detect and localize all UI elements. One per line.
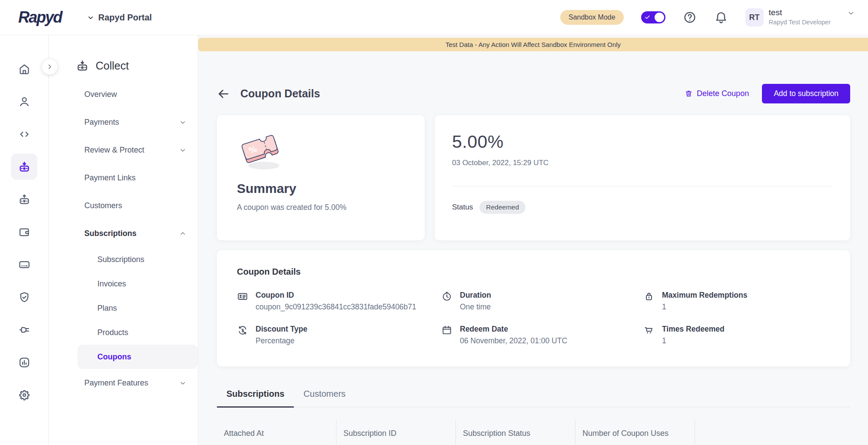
chevron-down-icon — [87, 14, 94, 21]
field-duration: Duration One time — [441, 291, 643, 312]
column-number-of-coupon-uses: Number of Coupon Uses — [575, 419, 695, 445]
menu-item-subscriptions[interactable]: Subscriptions — [49, 219, 198, 247]
user-name: test — [769, 8, 831, 17]
trash-icon — [685, 90, 693, 98]
main-content: Test Data - Any Action Will Affect Sandb… — [198, 35, 868, 445]
sidebar-issuing-card-icon[interactable] — [11, 248, 37, 281]
divider — [452, 186, 833, 186]
field-label: Times Redeemed — [662, 325, 725, 334]
field-label: Duration — [460, 291, 491, 300]
tab-customers[interactable]: Customers — [294, 383, 355, 408]
column-subscription-status: Subscription Status — [456, 419, 575, 445]
sandbox-toggle[interactable] — [641, 11, 665, 23]
help-icon[interactable] — [683, 10, 697, 24]
menu-title: Collect — [96, 60, 129, 72]
menu-item-products[interactable]: Products — [49, 320, 198, 345]
coupon-created-date: 03 October, 2022, 15:29 UTC — [452, 159, 833, 167]
field-maximum-redemptions: Maximum Redemptions 1 — [643, 291, 830, 312]
arrow-left-icon — [217, 87, 230, 100]
back-button[interactable] — [217, 87, 231, 101]
field-value: 1 — [662, 336, 725, 345]
user-menu[interactable]: RT test Rapyd Test Developer — [745, 8, 855, 27]
id-card-icon — [237, 291, 248, 302]
header-actions: Delete Coupon Add to subscription — [685, 84, 850, 103]
sidebar-integrations-plug-icon[interactable] — [11, 313, 37, 346]
menu-item-plans[interactable]: Plans — [49, 296, 198, 320]
status-row: Status Redeemed — [452, 201, 833, 214]
coupon-ticket-illustration: % — [235, 128, 405, 177]
field-label: Maximum Redemptions — [662, 291, 747, 300]
field-discount-type: $ Discount Type Percentage — [237, 325, 441, 345]
status-label: Status — [452, 203, 473, 212]
summary-title: Summary — [237, 181, 405, 196]
field-value: 1 — [662, 302, 747, 312]
column-attached-at: Attached At — [217, 419, 336, 445]
field-label: Redeem Date — [460, 325, 567, 334]
menu-item-review-protect[interactable]: Review & Protect — [49, 136, 198, 164]
menu-item-customers[interactable]: Customers — [49, 192, 198, 219]
field-coupon-id: Coupon ID coupon_9c091239c36841cc3831fad… — [237, 291, 441, 312]
sidebar-developers-code-icon[interactable] — [11, 118, 37, 150]
menu-item-payments[interactable]: Payments — [49, 108, 198, 136]
field-value: 06 November, 2022, 01:00 UTC — [460, 336, 567, 345]
check-icon — [645, 14, 650, 20]
sidebar-home-icon[interactable] — [11, 53, 37, 85]
svg-text:$: $ — [241, 328, 244, 333]
field-value: Percentage — [256, 336, 307, 345]
menu-item-payment-links[interactable]: Payment Links — [49, 164, 198, 192]
rapyd-logo: Rapyd — [18, 8, 62, 27]
summary-description: A coupon was created for 5.00% — [237, 203, 405, 212]
toggle-knob — [655, 13, 664, 22]
menu-item-invoices[interactable]: Invoices — [49, 272, 198, 296]
notifications-bell-icon[interactable] — [714, 10, 728, 24]
chevron-up-icon — [179, 230, 186, 237]
chevron-down-icon — [179, 119, 186, 126]
rapyd-portal-app: Rapyd Rapyd Portal Sandbox Mode RT test … — [0, 0, 868, 445]
sidebar-customers-icon[interactable] — [11, 85, 37, 118]
menu-item-overview[interactable]: Overview — [49, 80, 198, 108]
column-subscription-id: Subscription ID — [336, 419, 456, 445]
chevron-down-icon — [179, 379, 186, 387]
sidebar-settings-gear-icon[interactable] — [11, 379, 37, 411]
icon-rail — [0, 35, 49, 445]
field-value: One time — [460, 302, 491, 312]
collect-icon — [76, 59, 89, 73]
field-redeem-date: Redeem Date 06 November, 2022, 01:00 UTC — [441, 325, 643, 345]
chevron-down-icon — [179, 146, 186, 154]
menu-item-subscriptions-sub[interactable]: Subscriptions — [49, 247, 198, 272]
page-header: Coupon Details Delete Coupon Add to subs… — [217, 84, 850, 103]
field-value: coupon_9c091239c36841cc3831fade59406b71 — [256, 302, 416, 312]
discount-type-icon: $ — [237, 325, 248, 336]
avatar: RT — [745, 8, 764, 27]
add-to-subscription-button[interactable]: Add to subscription — [762, 84, 850, 103]
detail-tabs: Subscriptions Customers — [217, 383, 850, 407]
field-label: Discount Type — [256, 325, 307, 334]
tab-subscriptions[interactable]: Subscriptions — [217, 383, 294, 408]
calendar-icon — [441, 325, 452, 336]
top-bar-right: Sandbox Mode RT test Rapyd Test Develope… — [560, 8, 868, 27]
portal-label: Rapyd Portal — [98, 13, 152, 23]
cart-icon — [643, 325, 655, 336]
column-filler — [695, 419, 850, 445]
field-label: Coupon ID — [256, 291, 416, 300]
top-bar: Rapyd Rapyd Portal Sandbox Mode RT test … — [0, 0, 868, 35]
sidebar-disburse-icon[interactable] — [11, 183, 37, 216]
field-times-redeemed: Times Redeemed 1 — [643, 325, 830, 345]
menu-item-payment-features[interactable]: Payment Features — [49, 369, 198, 397]
sidebar-verify-shield-icon[interactable] — [11, 281, 37, 313]
menu-item-coupons[interactable]: Coupons — [77, 345, 198, 369]
chevron-down-icon — [847, 9, 855, 17]
expand-sidebar-button[interactable] — [42, 59, 58, 75]
user-role: Rapyd Test Developer — [769, 19, 831, 26]
page-title: Coupon Details — [240, 87, 320, 100]
coupon-value-card: 5.00% 03 October, 2022, 15:29 UTC Status… — [435, 115, 850, 240]
sidebar-reports-chart-icon[interactable] — [11, 346, 37, 379]
portal-switcher[interactable]: Rapyd Portal — [87, 13, 152, 23]
sidebar-collect-icon[interactable] — [11, 153, 37, 180]
sandbox-warning-banner: Test Data - Any Action Will Affect Sandb… — [198, 38, 868, 51]
delete-coupon-button[interactable]: Delete Coupon — [685, 89, 749, 98]
coupon-details-card: Coupon Details Coupon ID coupon_9c091239… — [217, 250, 850, 366]
sidebar-wallet-icon[interactable] — [11, 216, 37, 248]
collect-menu-panel: Collect Overview Payments Review & Prote… — [49, 35, 198, 445]
lock-icon — [643, 291, 655, 302]
